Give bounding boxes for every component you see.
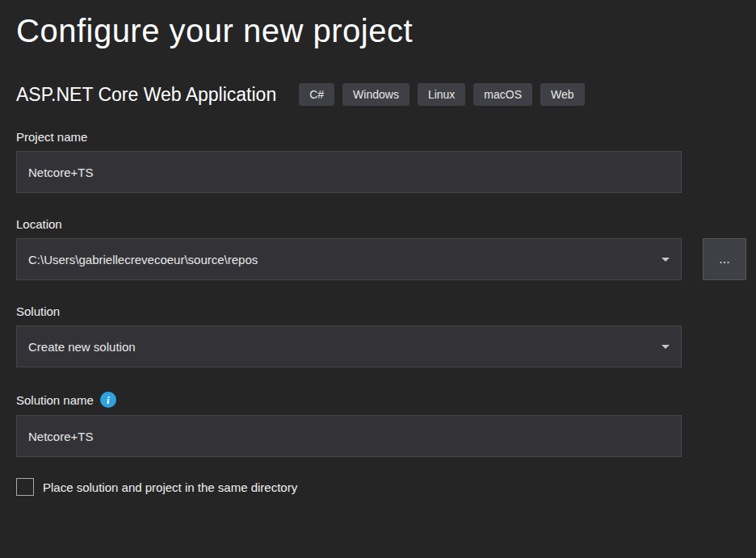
chevron-down-icon[interactable]	[662, 258, 670, 262]
same-directory-row: Place solution and project in the same d…	[16, 478, 746, 496]
project-name-input[interactable]	[16, 151, 682, 193]
tag-web: Web	[540, 83, 585, 106]
solution-name-label: Solution name i	[16, 392, 746, 408]
solution-name-input[interactable]	[16, 415, 682, 457]
chevron-down-icon[interactable]	[662, 345, 670, 349]
same-directory-checkbox[interactable]	[16, 478, 34, 496]
solution-label: Solution	[16, 304, 746, 318]
solution-name-label-text: Solution name	[16, 393, 94, 407]
location-value: C:\Users\gabriellecrevecoeur\source\repo…	[28, 253, 258, 266]
browse-button[interactable]: ...	[703, 238, 746, 280]
configure-project-dialog: Configure your new project ASP.NET Core …	[0, 0, 756, 496]
tag-csharp: C#	[299, 83, 334, 106]
template-name: ASP.NET Core Web Application	[16, 84, 276, 106]
same-directory-label: Place solution and project in the same d…	[43, 480, 297, 494]
template-info-row: ASP.NET Core Web Application C# Windows …	[16, 83, 746, 106]
solution-value: Create new solution	[28, 340, 136, 354]
info-icon[interactable]: i	[100, 392, 116, 408]
tag-macos: macOS	[473, 83, 532, 106]
tag-windows: Windows	[342, 83, 410, 106]
location-label: Location	[16, 217, 746, 231]
page-title: Configure your new project	[16, 13, 746, 49]
project-name-label: Project name	[16, 130, 746, 144]
solution-dropdown[interactable]: Create new solution	[16, 325, 682, 367]
tag-linux: Linux	[418, 83, 465, 106]
location-combobox[interactable]: C:\Users\gabriellecrevecoeur\source\repo…	[16, 238, 682, 280]
location-row: C:\Users\gabriellecrevecoeur\source\repo…	[16, 238, 746, 280]
